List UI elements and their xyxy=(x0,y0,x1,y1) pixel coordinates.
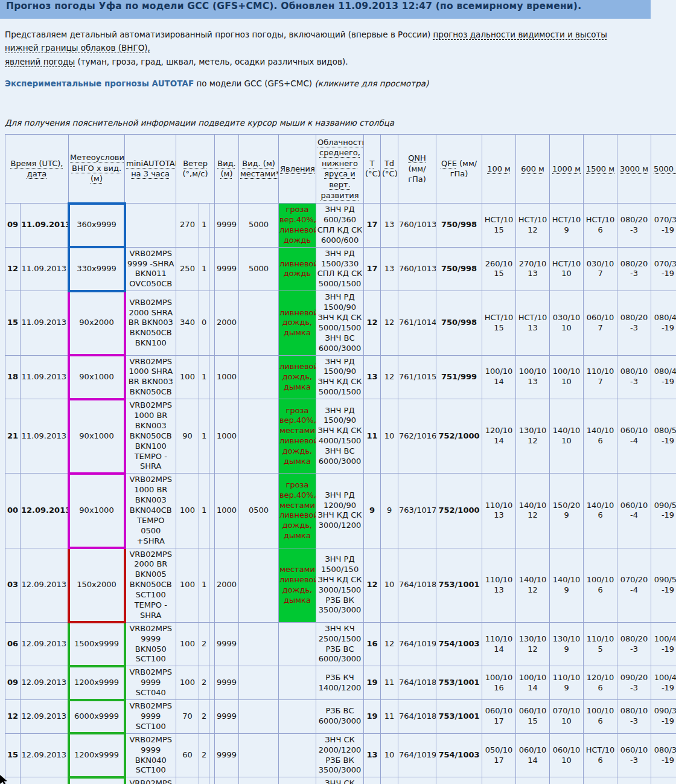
col-header-visibility[interactable]: Вид. (м) xyxy=(215,134,239,203)
cell-phenomena: ливневой дождь, дымка xyxy=(279,355,316,399)
col-header-time-date[interactable]: Время (UTC), дата xyxy=(5,134,69,203)
cell-clouds: РЗБ ВС 6000/3000 xyxy=(316,700,364,734)
cell-temp: 19 xyxy=(364,700,381,734)
col-header-level-600[interactable]: 600 м xyxy=(516,134,550,203)
cell-levels-3: НСТ/10 6 xyxy=(584,204,617,248)
cell-levels-3: 100/10 6 xyxy=(584,548,617,622)
cell-qfe: 751/999 xyxy=(436,355,482,399)
cell-levels-2: 150/20 9 xyxy=(550,474,584,548)
cell-temp: 13 xyxy=(364,355,381,399)
cell-qnh: 761/1014 xyxy=(398,291,436,355)
col-header-phenomena[interactable]: Явления xyxy=(279,134,316,203)
cell-wind_speed: 2 xyxy=(199,733,209,777)
cell-levels-4: 060/10 -3 xyxy=(617,733,651,777)
col-header-miniautotaf[interactable]: miniAUTOTAF на 3 часа xyxy=(125,134,176,203)
col-header-meteo[interactable]: Метеоусловия ВНГО х вид. (м) xyxy=(69,134,125,203)
table-row: 0612.09.20131500x9999VRB02MPS 9999 BKN05… xyxy=(5,622,676,666)
col-header-level-1500[interactable]: 1500 м xyxy=(584,134,617,203)
cell-wind_gust xyxy=(209,733,215,777)
cell-date: 12.09.2013 xyxy=(21,474,69,548)
col-header-level-3000[interactable]: 3000 м xyxy=(617,134,651,203)
cell-wind_speed: 2 xyxy=(199,666,209,700)
autotaf-note: (кликните для просмотра) xyxy=(314,79,429,88)
cell-date: 12.09.2013 xyxy=(21,777,69,784)
cell-hour: 06 xyxy=(5,622,21,666)
cell-phenomena: гроза вер.40%, местами ливневой дождь, д… xyxy=(279,399,316,474)
cell-wind_dir: 100 xyxy=(176,355,199,399)
cell-temp: 16 xyxy=(364,622,381,666)
cell-hour: 12 xyxy=(5,247,21,291)
col-header-visibility-places[interactable]: Вид. (м) местами* xyxy=(239,134,279,203)
col-header-label: QNH xyxy=(408,153,426,162)
col-header-clouds[interactable]: Облачность среднего, нижнего яруса и вер… xyxy=(316,134,364,203)
table-row: 1812.09.20131200x9999VRB02MPS 9999 BKN04… xyxy=(5,777,676,784)
col-header-level-100[interactable]: 100 м xyxy=(482,134,516,203)
cell-hour: 15 xyxy=(5,733,21,777)
col-header-temperature[interactable]: Т (°C) xyxy=(364,134,381,203)
cell-levels-5: 090/30 -19 xyxy=(651,700,676,734)
cell-phenomena: местами ливневой дождь, дымка xyxy=(279,548,316,622)
cell-qnh: 761/1015 xyxy=(398,355,436,399)
cell-hour: 12 xyxy=(5,700,21,734)
cell-levels-0: 100/10 16 xyxy=(482,666,516,700)
cell-levels-2: 070/10 10 xyxy=(550,700,584,734)
cell-wind_dir: 100 xyxy=(176,548,199,622)
cell-levels-1: 140/10 12 xyxy=(516,548,550,622)
cell-hour: 09 xyxy=(5,204,21,248)
cell-levels-2: 100/10 10 xyxy=(550,355,584,399)
cell-clouds: ЗНЧ РД 1500/90 ЗНЧ КД СК 4000/1500 ЗНЧ В… xyxy=(316,399,364,474)
cell-qfe: 753/1001 xyxy=(436,548,482,622)
autotaf-link[interactable]: Экспериментальные прогнозы AUTOTAF xyxy=(5,79,194,88)
cell-wind_dir: 100 xyxy=(176,666,199,700)
cell-levels-0: 050/10 17 xyxy=(482,733,516,777)
cell-date: 12.09.2013 xyxy=(21,733,69,777)
cell-date: 11.09.2013 xyxy=(21,204,69,248)
col-header-label: Вид. (м) xyxy=(217,159,236,179)
col-header-level-1000[interactable]: 1000 м xyxy=(550,134,584,203)
cell-visibility: 2000 xyxy=(215,548,239,622)
cell-qfe: 750/998 xyxy=(436,247,482,291)
cell-temp: 17 xyxy=(364,247,381,291)
cell-meteo: 150x2000 xyxy=(69,548,125,622)
cell-visibility_places xyxy=(239,291,279,355)
col-header-label: 600 м xyxy=(521,164,544,173)
cell-wind_speed: 1 xyxy=(199,474,209,548)
col-header-label: Ветер xyxy=(183,159,208,168)
header-row: Время (UTC), датаМетеоусловия ВНГО х вид… xyxy=(5,134,676,203)
cell-levels-4: 080/20 -3 xyxy=(617,204,651,248)
cell-qfe: 753/1001 xyxy=(436,700,482,734)
cell-qfe: 753/1001 xyxy=(436,666,482,700)
table-row: 2111.09.201390x1000VRB02MPS 1000 BR BKN0… xyxy=(5,399,676,474)
cell-wind_dir: 60 xyxy=(176,733,199,777)
cell-levels-4: 080/20 -3 xyxy=(617,247,651,291)
cell-levels-5: 080/30 -19 xyxy=(651,733,676,777)
cell-levels-1: 140/10 12 xyxy=(516,474,550,548)
cell-date: 12.09.2013 xyxy=(21,700,69,734)
cell-clouds: ЗНЧ РД 600/360 СПЛ КД СК 6000/600 xyxy=(316,204,364,248)
col-header-qnh[interactable]: QNH (мм/гПа) xyxy=(398,134,436,203)
cell-hour: 03 xyxy=(5,548,21,622)
col-header-dewpoint[interactable]: Td (°C) xyxy=(381,134,398,203)
cell-meteo: 1500x9999 xyxy=(69,622,125,666)
col-header-level-5000[interactable]: 5000 м xyxy=(651,134,676,203)
cell-visibility: 9999 xyxy=(215,204,239,248)
cell-levels-1: 060/10 14 xyxy=(516,733,550,777)
cell-phenomena xyxy=(279,700,316,734)
cell-levels-3: 110/10 5 xyxy=(584,622,617,666)
cell-date: 12.09.2013 xyxy=(21,548,69,622)
cell-dewpoint: 11 xyxy=(381,666,398,700)
cell-qfe: 750/998 xyxy=(436,204,482,248)
col-header-label: 3000 м xyxy=(620,164,648,173)
cell-phenomena xyxy=(279,733,316,777)
cell-visibility: 9999 xyxy=(215,777,239,784)
col-header-qfe[interactable]: QFE (мм/гПа) xyxy=(436,134,482,203)
cell-levels-4: 050/10 -3 xyxy=(617,777,651,784)
intro-text-after: (туман, гроза, град, шквал, метель, осад… xyxy=(75,57,348,66)
col-header-wind[interactable]: Ветер (°,м/с) xyxy=(176,134,215,203)
cell-levels-2: НСТ/10 10 xyxy=(550,247,584,291)
cell-levels-5: 080/40 -19 xyxy=(651,291,676,355)
cell-levels-3: 120/10 6 xyxy=(584,666,617,700)
cell-levels-5: 100/40 -19 xyxy=(651,622,676,666)
cell-mini: VRB02MPS 9999 SCT100 xyxy=(125,700,176,734)
col-header-label: Явления xyxy=(280,164,315,173)
